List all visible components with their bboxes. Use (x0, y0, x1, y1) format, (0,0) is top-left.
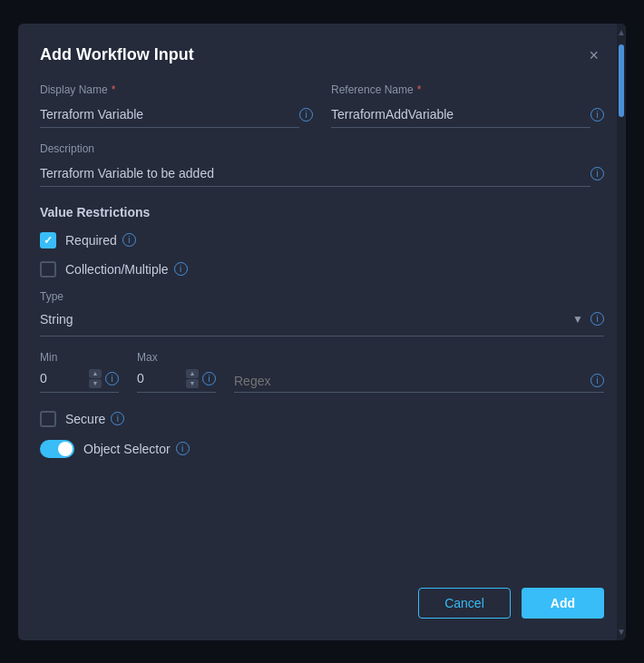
reference-name-input-wrapper: i (331, 102, 604, 128)
value-restrictions-title: Value Restrictions (40, 205, 604, 219)
type-row: Type String Number Boolean ▼ i (40, 290, 604, 336)
display-name-info-icon[interactable]: i (299, 108, 313, 122)
object-selector-info-icon[interactable]: i (176, 442, 190, 455)
collection-label-group: Collection/Multiple i (65, 262, 188, 277)
reference-name-label: Reference Name * (331, 83, 604, 96)
add-button[interactable]: Add (522, 588, 604, 619)
min-spinners: ▲ ▼ (89, 369, 102, 388)
collection-row: Collection/Multiple i (40, 261, 604, 278)
cancel-button[interactable]: Cancel (418, 588, 511, 619)
scrollbar-thumb[interactable] (619, 44, 624, 117)
type-label: Type (40, 290, 604, 303)
min-max-regex-row: Min ▲ ▼ i Max (40, 351, 604, 393)
scrollbar-track (619, 41, 624, 623)
min-increment-button[interactable]: ▲ (89, 369, 102, 378)
min-group: Min ▲ ▼ i (40, 351, 119, 393)
scroll-down-arrow[interactable]: ▼ (617, 627, 626, 637)
collection-checkbox[interactable] (40, 261, 56, 278)
max-spinners: ▲ ▼ (186, 369, 199, 388)
regex-group: i (234, 374, 604, 393)
regex-info-icon[interactable]: i (590, 374, 604, 387)
description-input[interactable] (40, 161, 590, 187)
scrollbar[interactable]: ▲ ▼ (617, 24, 626, 640)
name-row: Display Name * i Reference Name * i (40, 83, 604, 128)
regex-input-row: i (234, 374, 604, 393)
required-row: Required i (40, 232, 604, 249)
secure-row: Secure i (40, 411, 604, 427)
min-input-wrapper: ▲ ▼ i (40, 369, 119, 393)
min-label: Min (40, 351, 119, 364)
description-row: Description i (40, 142, 604, 187)
modal-title: Add Workflow Input (40, 45, 194, 64)
type-dropdown-arrow: ▼ (572, 313, 583, 326)
secure-info-icon[interactable]: i (111, 412, 124, 425)
max-info-icon[interactable]: i (202, 372, 216, 385)
description-info-icon[interactable]: i (590, 167, 604, 180)
type-info-icon[interactable]: i (590, 312, 604, 326)
type-select-wrapper: String Number Boolean ▼ i (40, 308, 604, 336)
max-input-wrapper: ▲ ▼ i (137, 369, 216, 393)
modal-footer: Cancel Add (40, 570, 604, 619)
display-name-input[interactable] (40, 102, 299, 128)
reference-name-group: Reference Name * i (331, 83, 604, 128)
max-input[interactable] (137, 371, 182, 385)
display-name-label: Display Name * (40, 83, 313, 96)
reference-name-input[interactable] (331, 102, 590, 128)
reference-name-required: * (417, 83, 422, 96)
close-button[interactable]: × (583, 45, 604, 65)
description-label: Description (40, 142, 604, 155)
display-name-required: * (112, 83, 116, 96)
description-input-wrapper: i (40, 161, 604, 187)
add-workflow-input-modal: ▲ ▼ Add Workflow Input × Display Name * … (18, 24, 626, 640)
reference-name-info-icon[interactable]: i (590, 108, 604, 122)
object-selector-label-group: Object Selector i (83, 442, 190, 456)
required-info-icon[interactable]: i (122, 233, 136, 247)
max-increment-button[interactable]: ▲ (186, 369, 199, 378)
type-select[interactable]: String Number Boolean (40, 308, 572, 330)
max-decrement-button[interactable]: ▼ (186, 379, 199, 388)
min-info-icon[interactable]: i (105, 372, 119, 385)
secure-label-group: Secure i (65, 412, 124, 426)
min-input[interactable] (40, 371, 85, 385)
scroll-up-arrow[interactable]: ▲ (617, 27, 626, 37)
toggle-knob (58, 442, 73, 456)
description-group: Description i (40, 142, 604, 187)
max-label: Max (137, 351, 216, 364)
required-checkbox[interactable] (40, 232, 56, 249)
modal-header: Add Workflow Input × (40, 45, 604, 65)
value-restrictions-section: Value Restrictions Required i Collection… (40, 201, 604, 476)
object-selector-toggle[interactable] (40, 440, 74, 458)
required-label-group: Required i (65, 233, 136, 248)
min-decrement-button[interactable]: ▼ (89, 379, 102, 388)
collection-info-icon[interactable]: i (174, 262, 188, 276)
display-name-group: Display Name * i (40, 83, 313, 128)
max-group: Max ▲ ▼ i (137, 351, 216, 393)
display-name-input-wrapper: i (40, 102, 313, 128)
object-selector-row: Object Selector i (40, 440, 604, 458)
regex-input[interactable] (234, 374, 590, 388)
secure-checkbox[interactable] (40, 411, 56, 427)
